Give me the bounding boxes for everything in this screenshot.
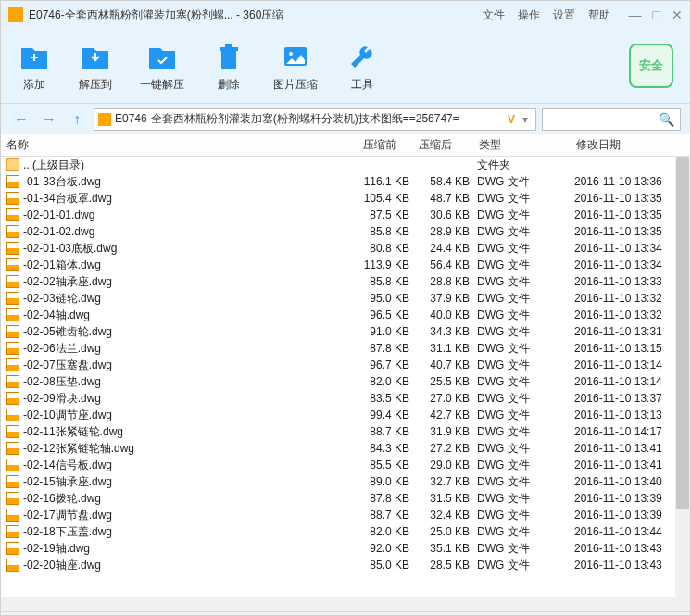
dwg-icon [6,192,19,205]
path-box[interactable]: E0746-全套西林瓶粉剂灌装加塞(粉剂螺杆分装机)技术图纸==256747= … [94,108,536,131]
image-button[interactable]: 图片压缩 [273,40,318,93]
file-row[interactable]: -02-02轴承座.dwg85.8 KB28.8 KBDWG 文件2016-11… [1,273,690,290]
forward-button[interactable]: → [38,108,60,131]
file-row[interactable]: -02-04轴.dwg96.5 KB40.0 KBDWG 文件2016-11-1… [1,307,690,323]
extract-button[interactable]: 解压到 [79,40,112,93]
file-type: DWG 文件 [477,541,574,557]
size-after: 58.4 KB [417,175,477,188]
minimize-icon[interactable]: — [629,7,642,22]
file-date: 2016-11-10 13:43 [574,542,681,555]
file-name: -02-11张紧链轮.dwg [23,424,361,440]
file-name: -02-01-01.dwg [23,208,361,221]
size-after: 30.6 KB [417,208,477,221]
file-date: 2016-11-10 13:36 [574,175,681,188]
file-name: -02-07压塞盘.dwg [23,358,361,373]
file-row[interactable]: -02-01-01.dwg87.5 KB30.6 KBDWG 文件2016-11… [1,207,690,223]
menu-bar: 文件 操作 设置 帮助 [483,7,610,23]
file-row[interactable]: -02-01-02.dwg85.8 KB28.9 KBDWG 文件2016-11… [1,223,690,240]
file-row[interactable]: -02-05锥齿轮.dwg91.0 KB34.3 KBDWG 文件2016-11… [1,323,690,340]
back-button[interactable]: ← [10,108,32,131]
file-list: .. (上级目录) 文件夹 -01-33台板.dwg116.1 KB58.4 K… [1,157,690,597]
file-row[interactable]: -02-20轴座.dwg85.0 KB28.5 KBDWG 文件2016-11-… [1,557,690,573]
file-type: DWG 文件 [477,558,574,573]
file-type: DWG 文件 [477,308,574,323]
file-row[interactable]: -02-03链轮.dwg95.0 KB37.9 KBDWG 文件2016-11-… [1,290,690,307]
size-before: 82.0 KB [361,525,417,538]
scrollbar-thumb[interactable] [676,157,689,509]
svg-rect-3 [225,44,232,47]
parent-folder-row[interactable]: .. (上级目录) 文件夹 [1,157,690,173]
tools-button[interactable]: 工具 [346,40,379,93]
size-after: 42.7 KB [417,409,477,421]
file-date: 2016-11-10 13:31 [574,325,681,338]
file-date: 2016-11-10 14:17 [574,425,681,438]
file-date: 2016-11-10 13:41 [574,459,681,471]
search-box[interactable]: 🔍 [542,108,681,131]
file-date: 2016-11-10 13:14 [574,358,681,371]
size-before: 91.0 KB [361,325,417,338]
dwg-icon [6,559,19,572]
file-type: DWG 文件 [477,458,574,473]
file-row[interactable]: -02-16拨轮.dwg87.8 KB31.5 KBDWG 文件2016-11-… [1,490,690,507]
size-before: 82.0 KB [361,375,417,388]
file-type: DWG 文件 [477,408,574,423]
add-button[interactable]: 添加 [18,40,51,93]
file-row[interactable]: -02-15轴承座.dwg89.0 KB32.7 KBDWG 文件2016-11… [1,473,690,490]
header-date[interactable]: 修改日期 [576,137,683,153]
header-type[interactable]: 类型 [479,137,576,153]
file-row[interactable]: -02-01-03底板.dwg80.8 KB24.4 KBDWG 文件2016-… [1,240,690,257]
size-after: 31.1 KB [417,342,477,355]
file-date: 2016-11-10 13:15 [574,342,681,355]
dwg-icon [6,225,19,238]
menu-settings[interactable]: 设置 [553,7,575,23]
file-name: -02-01-02.dwg [23,225,361,238]
add-icon [18,40,51,73]
file-name: -02-12张紧链轮轴.dwg [23,441,361,457]
size-before: 89.0 KB [361,475,417,488]
size-after: 29.0 KB [417,459,477,471]
close-icon[interactable]: ✕ [672,7,683,22]
menu-file[interactable]: 文件 [483,7,505,23]
file-row[interactable]: -02-08压垫.dwg82.0 KB25.5 KBDWG 文件2016-11-… [1,373,690,390]
menu-help[interactable]: 帮助 [588,7,610,23]
menu-operate[interactable]: 操作 [518,7,540,23]
file-date: 2016-11-10 13:34 [574,258,681,271]
file-row[interactable]: -01-33台板.dwg116.1 KB58.4 KBDWG 文件2016-11… [1,173,690,190]
size-before: 85.0 KB [361,559,417,572]
file-row[interactable]: -02-01箱体.dwg113.9 KB56.4 KBDWG 文件2016-11… [1,257,690,273]
file-type: DWG 文件 [477,491,574,507]
file-row[interactable]: -02-19轴.dwg92.0 KB35.1 KBDWG 文件2016-11-1… [1,540,690,557]
file-row[interactable]: -02-11张紧链轮.dwg88.7 KB31.9 KBDWG 文件2016-1… [1,423,690,440]
maximize-icon[interactable]: □ [653,7,660,22]
file-name: -02-02轴承座.dwg [23,274,361,290]
size-after: 24.4 KB [417,242,477,255]
dropdown-icon[interactable]: ▾ [519,113,532,126]
oneclick-button[interactable]: 一键解压 [140,40,184,93]
tools-icon [346,40,379,73]
archive-icon [98,113,111,126]
vertical-scrollbar[interactable] [675,157,690,597]
file-row[interactable]: -02-07压塞盘.dwg96.7 KB40.7 KBDWG 文件2016-11… [1,357,690,373]
dwg-icon [6,258,19,271]
size-before: 96.7 KB [361,358,417,371]
file-date: 2016-11-10 13:34 [574,242,681,255]
up-button[interactable]: ↑ [66,108,88,131]
file-row[interactable]: -02-09滑块.dwg83.5 KB27.0 KBDWG 文件2016-11-… [1,390,690,407]
file-row[interactable]: -02-12张紧链轮轴.dwg84.3 KB27.2 KBDWG 文件2016-… [1,440,690,457]
file-row[interactable]: -02-18下压盖.dwg82.0 KB25.0 KBDWG 文件2016-11… [1,523,690,540]
file-row[interactable]: -02-17调节盘.dwg88.7 KB32.4 KBDWG 文件2016-11… [1,507,690,523]
horizontal-scrollbar[interactable] [1,597,690,611]
file-type: DWG 文件 [477,274,574,290]
size-before: 105.4 KB [361,192,417,205]
header-name[interactable]: 名称 [6,137,363,153]
file-row[interactable]: -01-34台板罩.dwg105.4 KB48.7 KBDWG 文件2016-1… [1,190,690,207]
header-after[interactable]: 压缩后 [419,137,479,153]
file-date: 2016-11-10 13:32 [574,308,681,321]
header-before[interactable]: 压缩前 [363,137,419,153]
file-row[interactable]: -02-10调节座.dwg99.4 KB42.7 KBDWG 文件2016-11… [1,407,690,423]
size-before: 116.1 KB [361,175,417,188]
file-row[interactable]: -02-14信号板.dwg85.5 KB29.0 KBDWG 文件2016-11… [1,457,690,473]
file-row[interactable]: -02-06法兰.dwg87.8 KB31.1 KBDWG 文件2016-11-… [1,340,690,357]
delete-button[interactable]: 删除 [212,40,245,93]
dwg-icon [6,275,19,288]
